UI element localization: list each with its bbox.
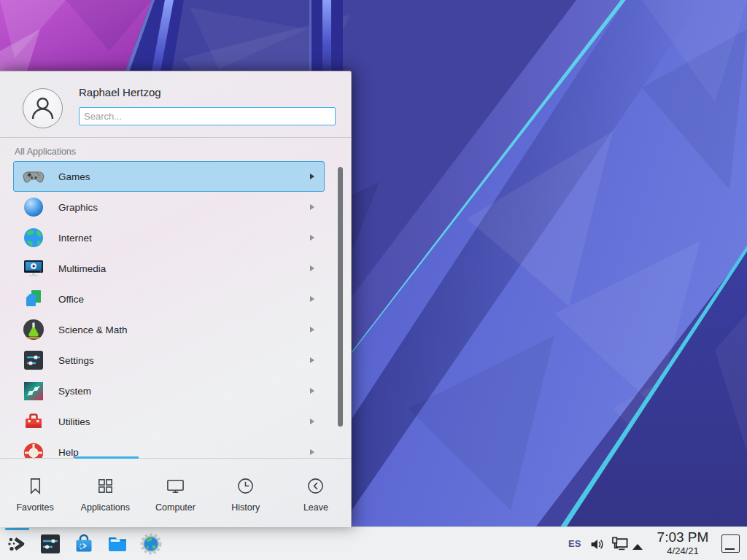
category-multimedia[interactable]: Multimedia [13, 253, 325, 284]
sphere-icon [22, 195, 45, 219]
application-launcher-button[interactable] [6, 532, 29, 556]
network-button[interactable] [611, 537, 629, 555]
application-launcher-popup: Raphael Hertzog All Applications Games [0, 71, 352, 527]
tab-label: Computer [155, 502, 196, 513]
tab-label: History [231, 502, 260, 513]
active-tab-indicator [75, 456, 139, 459]
keyboard-layout-indicator[interactable]: ES [568, 538, 581, 549]
submenu-arrow-icon [310, 296, 314, 302]
tab-history[interactable]: History [211, 461, 281, 527]
category-help[interactable]: Help [13, 437, 325, 458]
tab-label: Leave [303, 502, 328, 513]
lifebuoy-icon [22, 440, 45, 458]
discover-bag-icon [72, 532, 96, 556]
category-games[interactable]: Games [13, 161, 325, 192]
category-settings[interactable]: Settings [13, 345, 325, 376]
app-grid-icon [96, 476, 115, 496]
list-scrollbar[interactable] [338, 167, 343, 427]
launcher-active-indicator [5, 528, 29, 530]
header-separator [0, 137, 351, 138]
submenu-arrow-icon [310, 419, 314, 424]
category-list: Games Graphics [0, 161, 351, 458]
web-browser-button[interactable] [139, 532, 163, 556]
toolbox-icon [22, 410, 45, 433]
category-label: Multimedia [58, 263, 106, 274]
system-settings-button[interactable] [39, 532, 62, 556]
gamepad-icon [22, 165, 45, 188]
category-office[interactable]: Office [13, 284, 325, 314]
submenu-arrow-icon [310, 174, 314, 179]
category-label: Games [58, 171, 90, 182]
user-icon [31, 96, 55, 121]
category-internet[interactable]: Internet [13, 222, 325, 253]
sliders-icon [22, 349, 45, 372]
category-science-math[interactable]: Science & Math [13, 314, 325, 345]
category-label: Office [58, 294, 84, 305]
clock-icon [236, 476, 255, 496]
tab-label: Applications [81, 502, 130, 513]
file-manager-button[interactable] [106, 532, 129, 556]
category-label: Utilities [58, 416, 90, 427]
submenu-arrow-icon [310, 265, 314, 271]
tab-leave[interactable]: Leave [281, 461, 351, 527]
tab-applications[interactable]: Applications [70, 461, 140, 527]
category-utilities[interactable]: Utilities [13, 406, 325, 437]
kde-launcher-icon [6, 532, 29, 556]
desktop: Raphael Hertzog All Applications Games [0, 0, 747, 560]
bookmark-icon [26, 476, 45, 496]
taskbar-panel: ES 7:03 PM 4/24/21 [0, 526, 747, 560]
category-label: Internet [58, 233, 92, 244]
globe-gear-icon [139, 532, 163, 556]
tray-expand-button[interactable] [632, 540, 643, 553]
category-label: Graphics [58, 202, 98, 213]
category-label: Settings [58, 355, 94, 366]
documents-icon [22, 287, 45, 311]
submenu-arrow-icon [310, 388, 314, 394]
discover-button[interactable] [72, 532, 96, 556]
submenu-arrow-icon [310, 327, 314, 332]
submenu-arrow-icon [310, 449, 314, 455]
category-label: Science & Math [58, 324, 128, 335]
caret-up-icon [632, 543, 643, 551]
clock-widget[interactable]: 7:03 PM 4/24/21 [651, 530, 714, 556]
launcher-tabbar: Favorites Applications Computer [0, 461, 351, 527]
wired-network-icon [611, 537, 629, 552]
search-input[interactable] [79, 107, 336, 125]
category-label: System [58, 386, 91, 397]
submenu-arrow-icon [310, 204, 314, 210]
monitor-play-icon [22, 257, 45, 280]
submenu-arrow-icon [310, 357, 314, 363]
section-label: All Applications [15, 147, 76, 157]
clock-date: 4/24/21 [651, 546, 714, 556]
category-system[interactable]: System [13, 376, 325, 406]
tab-favorites[interactable]: Favorites [0, 461, 70, 527]
speaker-icon [589, 537, 605, 552]
system-gradient-icon [22, 379, 45, 402]
show-desktop-button[interactable] [721, 534, 740, 553]
leave-icon [306, 476, 325, 496]
tab-label: Favorites [16, 502, 53, 513]
tab-computer[interactable]: Computer [140, 461, 210, 527]
folder-icon [106, 532, 129, 556]
system-settings-icon [39, 532, 62, 556]
globe-icon [22, 226, 45, 249]
user-name: Raphael Hertzog [79, 86, 161, 98]
submenu-arrow-icon [310, 235, 314, 241]
computer-icon [166, 476, 185, 496]
user-avatar[interactable] [23, 88, 63, 128]
clock-time: 7:03 PM [651, 530, 714, 544]
flask-icon [22, 318, 45, 341]
volume-button[interactable] [589, 537, 605, 555]
tabbar-separator [0, 458, 351, 459]
category-graphics[interactable]: Graphics [13, 192, 325, 222]
